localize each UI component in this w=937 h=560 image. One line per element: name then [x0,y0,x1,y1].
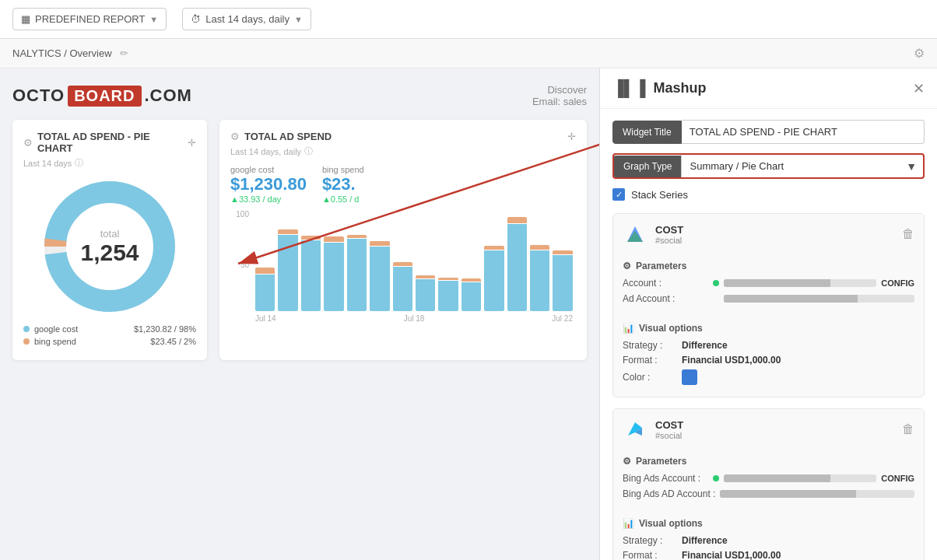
ds2-delete-icon[interactable]: 🗑 [902,422,914,436]
ds1-params-gear-icon: ⚙ [623,261,631,271]
bar-top-segment [347,235,367,238]
edit-icon[interactable]: ✏ [120,47,128,59]
ds1-info: COST #social [655,224,894,245]
bar-top-segment [530,245,549,250]
discover-label: Discover [532,84,587,96]
stack-series-row: ✓ Stack Series [612,188,925,201]
pie-widget-title-row: ⚙ TOTAL AD SPEND - PIE CHART ✛ [23,131,196,154]
google-metric: google cost $1,230.80 ▲33.93 / day [230,165,307,204]
ds2-params-title: ⚙ Parameters [623,456,914,467]
bar-top-segment [416,275,435,278]
mashup-header: ▐▌▐ Mashup ✕ [600,68,937,109]
bar-main-segment [438,281,458,311]
bar-column [347,235,367,311]
octo-logo: OCTO BOARD .COM [12,86,192,107]
check-icon: ✓ [616,190,623,200]
datasource-card-2: COST #social 🗑 ⚙ Parameters Bing Ads Acc… [612,408,925,560]
pie-widget-gear-icon[interactable]: ⚙ [23,137,33,149]
ds2-name: COST [655,419,894,431]
date-selector[interactable]: ⏱ Last 14 days, daily ▼ [182,8,311,30]
bing-metric-change: ▲0.55 / d [322,194,364,204]
octo-header: OCTO BOARD .COM Discover Email: sales [12,84,587,107]
ds2-tag: #social [655,431,894,440]
widget-title-input[interactable] [682,120,925,144]
bar-top-segment [278,229,297,234]
ds1-color-swatch[interactable] [682,369,697,385]
ds2-format-val: Financial USD1,000.00 [682,550,781,560]
bar-top-segment [507,217,527,223]
mashup-bars-icon: ▐▌▐ [612,79,646,97]
octo-text: OCTO [12,86,65,106]
bar-main-segment [484,250,504,311]
x-label-jul14: Jul 14 [255,314,276,323]
y-label-100: 100 [236,210,249,219]
left-panel: OCTO BOARD .COM Discover Email: sales ⚙ … [0,68,599,560]
pie-widget-title: TOTAL AD SPEND - PIE CHART [37,131,183,154]
bar-top-segment [484,246,504,250]
ds1-color-row: Color : [623,369,914,385]
bar-metrics: google cost $1,230.80 ▲33.93 / day bing … [230,165,576,204]
bar-y-labels: 100 50 [230,210,252,311]
bar-column [393,262,412,311]
stack-series-label: Stack Series [631,189,688,201]
widget-title-label: Widget Title [612,121,682,144]
bar-main-segment [416,279,435,311]
bar-top-segment [255,268,275,274]
graph-type-select[interactable]: Summary / Pie Chart Bar Chart Line Chart… [681,155,900,177]
pie-widget-cross-icon[interactable]: ✛ [188,137,196,149]
bing-value: $23.45 / 2% [150,337,196,346]
ds1-delete-icon[interactable]: 🗑 [902,227,914,241]
bar-column [484,246,504,311]
stack-series-checkbox[interactable]: ✓ [612,188,625,201]
ds1-icon [623,222,647,247]
bar-main-segment [393,267,412,311]
widget-title-form-row: Widget Title [612,120,925,144]
ds1-account-dot [713,280,719,286]
bar-main-segment [507,224,527,311]
pie-widget-subtitle: Last 14 days ⓘ [23,157,196,169]
bar-widget-gear-icon[interactable]: ⚙ [230,131,240,142]
legend-item-bing: bing spend $23.45 / 2% [23,337,196,346]
ds1-visual-bars-icon: 📊 [623,323,634,334]
ds2-bing-adaccount-label: Bing Ads AD Account : [623,488,715,499]
bar-chart-columns: Jul 14 Jul 18 Jul 22 [252,210,576,323]
ds1-params-section: ⚙ Parameters Account : CONFIG Ad Account… [613,261,924,317]
ds2-bing-dot [713,475,719,481]
settings-icon[interactable]: ⚙ [914,46,925,61]
ds2-format-label: Format : [623,550,677,560]
bar-column [416,275,435,311]
bar-main-segment [255,275,275,311]
bar-x-labels: Jul 14 Jul 18 Jul 22 [252,314,576,323]
bing-dot [23,338,30,345]
bar-chart-wrapper: 100 50 Jul 14 Jul 18 Jul 22 [230,210,576,323]
bar-widget-title: TOTAL AD SPEND [244,131,332,142]
google-dot [23,326,30,332]
bar-top-segment [438,278,458,280]
ds2-strategy-row: Strategy : Difference [623,535,914,546]
bar-main-segment [553,255,572,311]
ds2-strategy-val: Difference [682,535,728,546]
x-label-jul22: Jul 22 [552,314,573,323]
ds2-header: COST #social 🗑 [613,409,924,450]
google-label: google cost [34,324,129,334]
date-label: Last 14 days, daily [205,13,290,25]
ds2-config-button[interactable]: CONFIG [881,474,914,483]
bar-top-segment [461,278,481,282]
bar-main-segment [370,247,389,311]
bar-main-segment [461,282,481,311]
board-text: BOARD [68,86,141,107]
mashup-close-button[interactable]: ✕ [913,80,925,97]
ds2-param-bing-adaccount: Bing Ads AD Account : [623,488,914,499]
datasource-card-1: COST #social 🗑 ⚙ Parameters Account : CO [612,213,925,397]
bar-widget-info-icon: ⓘ [304,145,313,157]
bar-widget-cross-icon[interactable]: ✛ [567,131,576,142]
ds1-config-button[interactable]: CONFIG [881,278,914,288]
google-metric-change: ▲33.93 / day [230,194,307,204]
report-selector[interactable]: ▦ PREDEFINED REPORT ▼ [12,8,167,30]
total-label: total [80,228,139,240]
ds1-visual-title: 📊 Visual options [623,323,914,334]
pie-legend: google cost $1,230.82 / 98% bing spend $… [23,324,196,346]
x-label-jul18: Jul 18 [404,314,425,323]
com-text: .COM [145,86,192,106]
bing-metric-val: $23. [322,174,364,194]
